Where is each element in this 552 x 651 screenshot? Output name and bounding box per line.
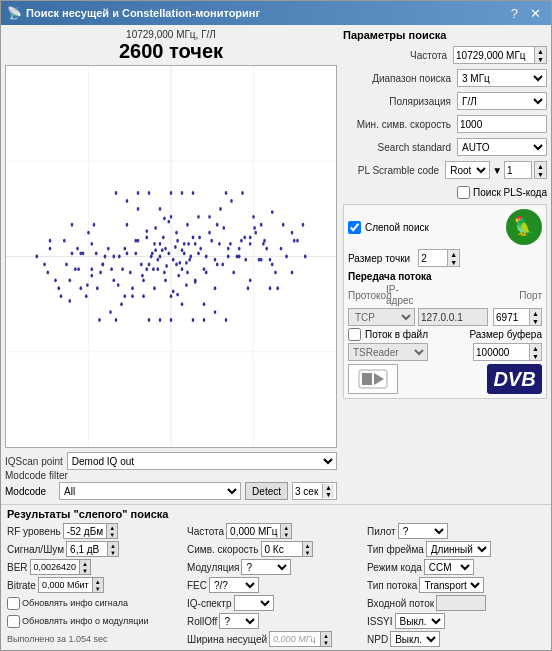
issyi-select[interactable]: Выкл. — [395, 613, 445, 629]
window-title: Поиск несущей и Constellation-мониторинг — [26, 7, 260, 19]
fec-select[interactable]: ?/? — [209, 577, 259, 593]
sym-down[interactable]: ▼ — [303, 549, 313, 556]
dot-size-input[interactable] — [419, 250, 447, 266]
ber-up[interactable]: ▲ — [80, 560, 90, 567]
port-up[interactable]: ▲ — [530, 309, 541, 317]
iqscan-label: IQScan point — [5, 456, 63, 467]
svg-point-135 — [82, 251, 85, 255]
snr-up[interactable]: ▲ — [108, 542, 118, 549]
buf-up[interactable]: ▲ — [530, 344, 541, 352]
detect-time-down[interactable]: ▼ — [323, 491, 334, 498]
svg-point-6 — [167, 251, 170, 255]
pls-num-up[interactable]: ▲ — [535, 162, 546, 170]
freq-result-down[interactable]: ▼ — [281, 531, 291, 538]
record-button[interactable] — [348, 364, 398, 394]
svg-point-62 — [126, 223, 129, 227]
freq-down[interactable]: ▼ — [535, 55, 546, 63]
rf-up[interactable]: ▲ — [107, 524, 117, 531]
results-row3: BER 0,0026420 ▲ ▼ Модуляция ? Режим кода — [7, 559, 545, 575]
svg-point-80 — [241, 191, 244, 195]
npd-select[interactable]: Выкл. — [390, 631, 440, 647]
tsreader-select[interactable]: TSReader — [348, 343, 428, 361]
svg-point-108 — [181, 267, 184, 271]
sym-up[interactable]: ▲ — [303, 542, 313, 549]
pls-checkbox[interactable] — [457, 186, 470, 199]
close-button[interactable]: ✕ — [526, 7, 545, 20]
results-row1: RF уровень -52 дБм ▲ ▼ Частота 0,000 МГц… — [7, 523, 545, 539]
buf-down[interactable]: ▼ — [530, 352, 541, 360]
port-down[interactable]: ▼ — [530, 317, 541, 325]
frame-label: Тип фрейма — [367, 544, 424, 555]
buf-input[interactable] — [474, 344, 529, 360]
svg-point-46 — [96, 286, 99, 290]
polar-select[interactable]: Г/Л — [457, 92, 547, 110]
carrier-up[interactable]: ▲ — [321, 632, 331, 639]
input-flow-cell: Входной поток — [367, 595, 545, 611]
svg-point-83 — [87, 231, 90, 235]
svg-point-13 — [186, 270, 189, 274]
stream-type-select[interactable]: Transport — [419, 577, 484, 593]
mode-label: Режим кода — [367, 562, 422, 573]
freq-input[interactable] — [454, 47, 534, 63]
pls-number-input[interactable] — [504, 161, 532, 179]
file-checkbox[interactable] — [348, 328, 361, 341]
iq-select[interactable] — [234, 595, 274, 611]
svg-point-153 — [93, 223, 96, 227]
svg-point-148 — [192, 318, 195, 322]
carrier-down[interactable]: ▼ — [321, 639, 331, 646]
min-speed-input[interactable] — [457, 115, 547, 133]
freq-result-up[interactable]: ▲ — [281, 524, 291, 531]
bitrate-up[interactable]: ▲ — [93, 578, 103, 585]
pls-select[interactable]: Root — [445, 161, 490, 179]
iqscan-select[interactable]: Demod IQ out — [67, 452, 337, 470]
stream-type-label: Тип потока — [367, 580, 417, 591]
svg-point-111 — [150, 255, 153, 259]
dvb-area: DVB — [348, 364, 542, 394]
svg-point-10 — [159, 255, 162, 259]
params-title: Параметры поиска — [343, 29, 547, 41]
svg-point-8 — [164, 247, 167, 251]
proto-select[interactable]: TCP — [348, 308, 415, 326]
svg-point-66 — [137, 207, 140, 211]
pilot-cell: Пилот ? — [367, 523, 545, 539]
mode-select[interactable]: CCM — [424, 559, 474, 575]
svg-point-34 — [129, 270, 132, 274]
svg-point-109 — [154, 248, 157, 252]
ber-down[interactable]: ▼ — [80, 567, 90, 574]
results-row4: Bitrate 0,000 Мбит ▲ ▼ FEC ?/? Тип поток… — [7, 577, 545, 593]
pilot-select[interactable]: ? — [398, 523, 448, 539]
update-signal-checkbox[interactable] — [7, 597, 20, 610]
blind-checkbox[interactable] — [348, 221, 361, 234]
update-mod-checkbox[interactable] — [7, 615, 20, 628]
snr-down[interactable]: ▼ — [108, 549, 118, 556]
rolloff-select[interactable]: ? — [219, 613, 259, 629]
port-input[interactable] — [494, 309, 529, 325]
help-button[interactable]: ? — [507, 7, 522, 20]
sym-spin: 0 Кс ▲ ▼ — [261, 541, 314, 557]
range-select[interactable]: 3 МГц — [457, 69, 547, 87]
dot-size-up[interactable]: ▲ — [448, 250, 459, 258]
modcode-select[interactable]: All — [59, 482, 241, 500]
bitrate-down[interactable]: ▼ — [93, 585, 103, 592]
svg-point-91 — [43, 263, 46, 267]
svg-point-96 — [280, 247, 283, 251]
pls-label: PL Scramble code — [343, 165, 443, 176]
svg-point-151 — [126, 199, 129, 203]
app-icon: 📡 — [7, 6, 22, 20]
rf-down[interactable]: ▼ — [107, 531, 117, 538]
svg-point-97 — [165, 264, 168, 268]
carrier-spin: 0,000 МГц ▲ ▼ — [269, 631, 332, 647]
svg-point-183 — [68, 299, 71, 303]
pls-num-down[interactable]: ▼ — [535, 170, 546, 178]
freq-up[interactable]: ▲ — [535, 47, 546, 55]
search-std-select[interactable]: AUTO — [457, 138, 547, 156]
svg-point-20 — [131, 286, 134, 290]
detect-time-up[interactable]: ▲ — [323, 484, 334, 491]
mod-select[interactable]: ? — [241, 559, 291, 575]
svg-point-182 — [260, 223, 263, 227]
detect-button[interactable]: Detect — [245, 482, 288, 500]
svg-point-87 — [65, 263, 68, 267]
svg-point-14 — [148, 263, 151, 267]
frame-select[interactable]: Длинный — [426, 541, 491, 557]
dot-size-down[interactable]: ▼ — [448, 258, 459, 266]
